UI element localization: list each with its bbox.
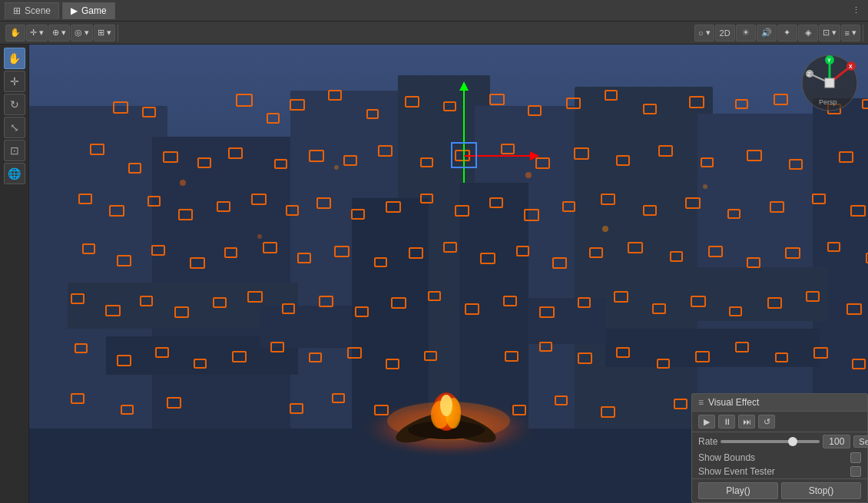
panel-lines-icon: ≡	[698, 397, 704, 408]
svg-rect-18	[459, 183, 528, 429]
aspect-icon: ⊡	[823, 28, 830, 38]
panel-header: ≡ Visual Effect	[692, 394, 867, 412]
svg-text:X: X	[849, 64, 853, 69]
svg-text:Persp: Persp	[819, 98, 837, 106]
play-button[interactable]: ▶	[698, 415, 715, 429]
svg-rect-10	[813, 98, 868, 429]
set-button[interactable]: Set	[853, 435, 868, 448]
main-area: ✋ ✛ ↻ ⤡ ⊡ 🌐	[0, 45, 868, 503]
scene-tab-icon: ⊞	[13, 5, 21, 16]
rate-slider[interactable]	[721, 440, 820, 443]
svg-text:Z: Z	[807, 71, 811, 77]
pivot-arrow: ▾	[61, 28, 66, 38]
pivot-dropdown[interactable]: ⊕ ▾	[48, 25, 70, 41]
svg-rect-14	[605, 329, 820, 367]
move-tool-left-button[interactable]: ✛	[4, 71, 25, 92]
display-arrow: ▾	[706, 28, 711, 38]
panel-playback-controls: ▶ ⏸ ⏭ ↺	[692, 412, 867, 432]
pivot-icon: ⊕	[52, 28, 59, 38]
rotate-tool-left-button[interactable]: ↻	[4, 94, 25, 115]
show-bounds-label: Show Bounds	[698, 452, 846, 463]
svg-point-173	[257, 234, 262, 239]
svg-rect-190	[825, 78, 834, 88]
play-action-button[interactable]: Play()	[698, 482, 778, 499]
display-icon: ○	[698, 28, 704, 38]
show-event-tester-label: Show Event Tester	[698, 466, 846, 477]
tab-game[interactable]: ▶ Game	[62, 2, 115, 19]
scene-tab-label: Scene	[25, 5, 51, 16]
svg-point-170	[334, 165, 339, 170]
restart-button[interactable]: ↺	[758, 415, 775, 429]
pause-button[interactable]: ⏸	[718, 415, 735, 429]
aspect-arrow: ▾	[832, 28, 837, 38]
move-icon: ✛	[30, 28, 37, 38]
rate-value-input[interactable]	[823, 435, 850, 448]
more-options-button[interactable]: ⋮	[848, 3, 863, 18]
2d-button[interactable]: 2D	[715, 25, 735, 41]
panel-title: Visual Effect	[708, 397, 759, 408]
layers-dropdown[interactable]: ≡ ▾	[841, 25, 860, 41]
show-event-tester-row: Show Event Tester	[692, 465, 867, 478]
move-tool-dropdown[interactable]: ✛ ▾	[26, 25, 48, 41]
main-toolbar: ✋ ✛ ▾ ⊕ ▾ ◎ ▾ ⊞ ▾ ○ ▾ 2D ☀ 🔊 ✦ ◈ ⊡ ▾	[0, 22, 868, 45]
left-toolbar: ✋ ✛ ↻ ⤡ ⊡ 🌐	[0, 45, 29, 503]
step-button[interactable]: ⏭	[738, 415, 755, 429]
snap-icon: ⊞	[98, 28, 104, 38]
game-tab-icon: ▶	[71, 5, 78, 16]
hand-tool-left-button[interactable]: ✋	[4, 48, 25, 69]
view-tools-group: ○ ▾ 2D ☀ 🔊 ✦ ◈ ⊡ ▾ ≡ ▾	[692, 25, 863, 41]
rate-row: Rate Set	[692, 432, 867, 451]
snap-arrow: ▾	[107, 28, 111, 38]
space-icon: ◎	[75, 28, 82, 38]
show-bounds-row: Show Bounds	[692, 451, 867, 465]
svg-point-171	[525, 172, 532, 178]
layers-icon: ≡	[845, 28, 850, 38]
rate-label: Rate	[698, 436, 717, 447]
svg-text:Y: Y	[827, 58, 831, 63]
game-tab-label: Game	[81, 5, 107, 16]
tab-scene[interactable]: ⊞ Scene	[5, 2, 59, 19]
svg-point-172	[703, 184, 707, 189]
svg-rect-17	[352, 198, 429, 429]
show-event-tester-checkbox[interactable]	[850, 466, 861, 477]
panel-bottom-buttons: Play() Stop()	[692, 478, 867, 502]
snap-dropdown[interactable]: ⊞ ▾	[94, 25, 115, 41]
svg-point-169	[180, 180, 186, 186]
svg-rect-12	[582, 267, 828, 321]
audio-button[interactable]: 🔊	[757, 25, 777, 41]
scene-gizmo: Y X Z Persp	[799, 52, 860, 114]
space-dropdown[interactable]: ◎ ▾	[71, 25, 93, 41]
aspect-dropdown[interactable]: ⊡ ▾	[819, 25, 840, 41]
rect-tool-left-button[interactable]: ⊡	[4, 140, 25, 161]
dropdown-arrow: ▾	[39, 28, 44, 38]
show-bounds-checkbox[interactable]	[850, 452, 861, 463]
layers-arrow: ▾	[852, 28, 856, 38]
scale-tool-left-button[interactable]: ⤡	[4, 117, 25, 138]
viewport[interactable]: Y X Z Persp ≡ Visual Effect	[29, 45, 868, 503]
gizmos-button[interactable]: ◈	[798, 25, 818, 41]
svg-point-27	[440, 395, 452, 416]
display-mode-dropdown[interactable]: ○ ▾	[694, 25, 714, 41]
tab-bar: ⊞ Scene ▶ Game ⋮	[0, 0, 868, 22]
lighting-button[interactable]: ☀	[736, 25, 756, 41]
visual-effect-panel: ≡ Visual Effect ▶ ⏸ ⏭ ↺ Rate Set Show Bo…	[691, 393, 868, 503]
hand-tool-button[interactable]: ✋	[5, 25, 25, 41]
svg-point-174	[602, 226, 608, 232]
globe-tool-left-button[interactable]: 🌐	[4, 163, 25, 184]
space-arrow: ▾	[84, 28, 89, 38]
transform-tools-group: ✋ ✛ ▾ ⊕ ▾ ◎ ▾ ⊞ ▾	[3, 25, 118, 41]
panel-header-icon: ≡	[698, 397, 704, 408]
stop-action-button[interactable]: Stop()	[781, 482, 861, 499]
fx-button[interactable]: ✦	[777, 25, 797, 41]
